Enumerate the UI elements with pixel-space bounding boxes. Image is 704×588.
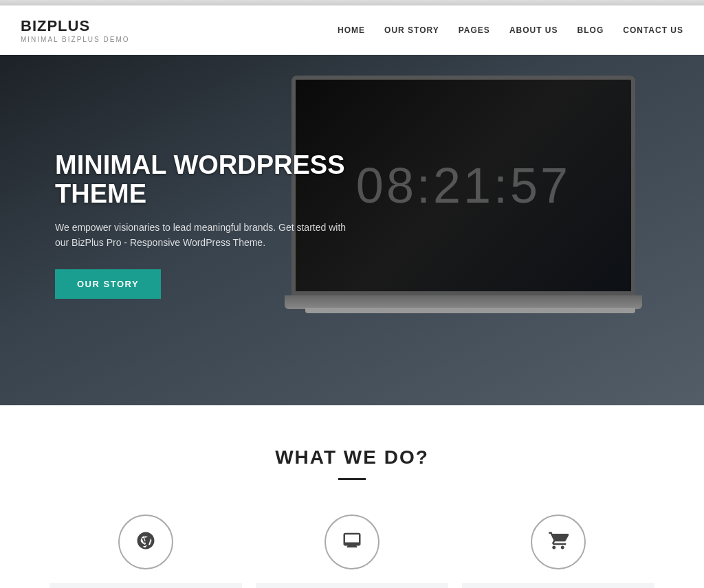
nav-item-blog[interactable]: BLOG: [578, 25, 604, 35]
card-icon-circle-web-dev: [324, 514, 380, 569]
main-nav: HOMEOUR STORYPAGESABOUT USBLOGCONTACT US: [338, 25, 683, 35]
nav-item-about-us[interactable]: ABOUT US: [509, 25, 558, 35]
card-body-web-dev: WEB DEVELOMPMENT To change your life on …: [256, 583, 448, 588]
nav-item-home[interactable]: HOME: [338, 25, 365, 35]
hero-title: MINIMAL WORDPRESS THEME: [55, 151, 358, 209]
nav-item-our-story[interactable]: OUR STORY: [384, 25, 439, 35]
wordpress-icon: [135, 530, 156, 554]
card-body-woocommerce: WOOCOMMERCE WooCommerce is a free ecomme…: [462, 583, 654, 588]
header: BIZPLUS MINIMAL BIZPLUS DEMO HOMEOUR STO…: [0, 5, 704, 55]
what-title: WHAT WE DO?: [28, 446, 676, 468]
brand-tagline: MINIMAL BIZPLUS DEMO: [21, 36, 130, 43]
cards-container: WORDPRESS WordPress is a web application…: [28, 514, 676, 588]
what-we-do-section: WHAT WE DO? WORDPRESS WordPress is a web…: [0, 405, 704, 588]
card-body-wordpress: WORDPRESS WordPress is a web application…: [50, 583, 242, 588]
brand: BIZPLUS MINIMAL BIZPLUS DEMO: [21, 17, 130, 43]
clock-display: 08:21:57: [356, 157, 571, 214]
hero-cta-button[interactable]: OUR STORY: [55, 269, 161, 299]
card-web-dev: WEB DEVELOMPMENT To change your life on …: [256, 514, 448, 588]
hero-content: MINIMAL WORDPRESS THEME We empower visio…: [55, 151, 358, 299]
cart-icon: [548, 530, 569, 554]
hero-description: We empower visionaries to lead meaningfu…: [55, 220, 358, 251]
card-wordpress: WORDPRESS WordPress is a web application…: [50, 514, 242, 588]
card-icon-circle-woocommerce: [531, 514, 586, 569]
monitor-icon: [342, 530, 362, 554]
hero-section: 08:21:57 MINIMAL WORDPRESS THEME We empo…: [0, 55, 704, 405]
card-icon-circle-wordpress: [118, 514, 173, 569]
nav-item-contact-us[interactable]: CONTACT US: [623, 25, 683, 35]
nav-item-pages[interactable]: PAGES: [459, 25, 490, 35]
section-divider: [338, 478, 366, 480]
card-woocommerce: WOOCOMMERCE WooCommerce is a free ecomme…: [462, 514, 654, 588]
window-chrome: [0, 0, 704, 5]
brand-name: BIZPLUS: [21, 17, 130, 35]
laptop-bottom: [305, 308, 635, 313]
